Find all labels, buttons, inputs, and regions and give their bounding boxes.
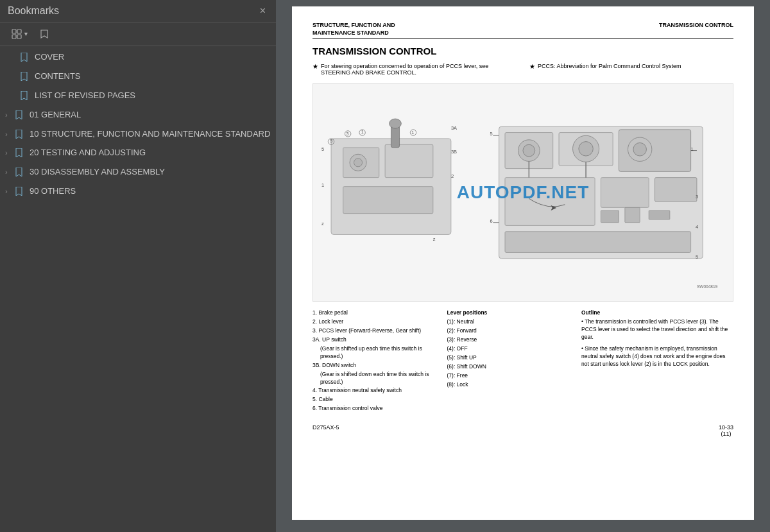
star-icon-2: ★ (529, 63, 535, 76)
expand-dropdown-arrow: ▼ (23, 31, 29, 37)
page-footer: D275AX-5 10-33(11) (312, 424, 733, 437)
svg-text:6: 6 (490, 218, 493, 224)
lever-pos-3: (3): Reverse (447, 336, 574, 344)
disassembly-label: 30 DISASSEMBLY AND ASSEMBLY (30, 167, 271, 178)
sidebar-item-testing[interactable]: › 20 TESTING AND ADJUSTING (0, 144, 276, 164)
cover-label: COVER (35, 52, 271, 63)
pdf-panel: STRUCTURE, FUNCTION AND MAINTENANCE STAN… (276, 0, 770, 532)
part-6: 6. Transmission control valve (312, 405, 440, 413)
lever-pos-7: (7): Free (447, 372, 574, 380)
general-label: 01 GENERAL (30, 110, 271, 121)
svg-text:5: 5 (696, 254, 698, 260)
part-3: 3. PCCS lever (Forward-Reverse, Gear shi… (312, 327, 440, 335)
ribbon-icon-structure (15, 129, 26, 142)
svg-rect-1 (17, 30, 21, 33)
expand-placeholder2 (10, 71, 21, 81)
footer-page: 10-33(11) (719, 424, 733, 437)
bookmark-icon (39, 29, 49, 39)
expand-arrow-general[interactable]: › (5, 110, 15, 119)
svg-rect-9 (601, 178, 649, 208)
sidebar-item-cover[interactable]: COVER (0, 49, 276, 68)
svg-text:z: z (321, 221, 324, 227)
ribbon-icon-testing (15, 148, 26, 160)
sidebar-item-others[interactable]: › 90 OTHERS (0, 183, 276, 202)
svg-point-39 (354, 159, 363, 167)
revised-label: LIST OF REVISED PAGES (35, 90, 271, 101)
svg-text:2: 2 (451, 173, 454, 179)
intro-note-2: ★ PCCS: Abbreviation for Palm Command Co… (529, 63, 733, 76)
svg-text:1: 1 (411, 131, 414, 135)
sidebar-item-general[interactable]: › 01 GENERAL (0, 107, 276, 126)
expand-placeholder3 (10, 90, 21, 100)
svg-text:SW004819: SW004819 (697, 285, 718, 289)
ribbon-icon-revised (21, 90, 31, 103)
expand-arrow-others[interactable]: › (5, 186, 15, 196)
svg-text:z: z (433, 236, 436, 242)
sidebar-item-revised[interactable]: LIST OF REVISED PAGES (0, 87, 276, 107)
ribbon-icon-cover (21, 52, 31, 65)
svg-rect-18 (601, 210, 619, 223)
sidebar-item-disassembly[interactable]: › 30 DISASSEMBLY AND ASSEMBLY (0, 164, 276, 183)
lever-pos-5: (5): Shift UP (447, 354, 574, 362)
testing-label: 20 TESTING AND ADJUSTING (30, 148, 271, 159)
part-3b: 3B. DOWN switch (312, 362, 440, 370)
expand-all-button[interactable]: ▼ (8, 26, 33, 42)
bookmarks-title: Bookmarks (8, 5, 59, 17)
ribbon-icon-disassembly (15, 167, 26, 180)
svg-rect-10 (655, 178, 697, 202)
lever-pos-6: (6): Shift DOWN (447, 363, 574, 371)
close-button[interactable]: × (257, 4, 268, 18)
others-label: 90 OTHERS (30, 186, 271, 197)
svg-text:5: 5 (490, 132, 493, 137)
header-line2: MAINTENANCE STANDARD (312, 30, 395, 37)
expand-arrow-structure[interactable]: › (5, 129, 15, 139)
diagram-area: AUTOPDF.NET (312, 83, 733, 302)
outline-col: Outline • The transmission is controlled… (581, 309, 733, 414)
svg-text:1: 1 (321, 182, 324, 188)
page-header-left: STRUCTURE, FUNCTION AND MAINTENANCE STAN… (312, 22, 395, 37)
part-3b-desc: (Gear is shifted down each time this swi… (312, 371, 440, 386)
expand-arrow-testing[interactable]: › (5, 148, 15, 157)
lever-pos-2: (2): Forward (447, 327, 574, 335)
ribbon-icon-contents (21, 71, 31, 84)
parts-list-col: 1. Brake pedal 2. Lock lever 3. PCCS lev… (312, 309, 440, 414)
svg-rect-0 (12, 30, 16, 33)
svg-text:1: 1 (361, 130, 364, 135)
part-4: 4. Transmission neutral safety switch (312, 387, 440, 395)
expand-icon (12, 29, 22, 39)
svg-point-13 (523, 145, 535, 157)
ribbon-icon-general (15, 110, 26, 123)
outline-bullet-1: • The transmission is controlled with PC… (581, 318, 733, 341)
part-1: 1. Brake pedal (312, 309, 440, 317)
svg-rect-2 (12, 35, 16, 39)
sidebar-item-structure[interactable]: › 10 STRUCTURE, FUNCTION AND MAINTENANCE… (0, 126, 276, 145)
bookmark-view-button[interactable] (35, 26, 53, 42)
outline-header: Outline (581, 309, 733, 317)
outline-bullet-2: • Since the safety mechanism is employed… (581, 345, 733, 368)
lever-positions-col: Lever positions (1): Neutral (2): Forwar… (447, 309, 574, 414)
pdf-page: STRUCTURE, FUNCTION AND MAINTENANCE STAN… (292, 6, 754, 520)
footer-model: D275AX-5 (312, 424, 339, 437)
bookmarks-panel: Bookmarks × ▼ COVER (0, 0, 276, 532)
lever-positions-header: Lever positions (447, 309, 574, 317)
svg-rect-3 (17, 35, 21, 39)
svg-point-15 (579, 142, 593, 156)
bookmarks-toolbar: ▼ (0, 22, 276, 46)
expand-placeholder (10, 52, 21, 62)
intro-note-1-text: For steering operation concerned to oper… (321, 63, 517, 76)
section-title: TRANSMISSION CONTROL (312, 46, 733, 56)
svg-text:1: 1 (691, 146, 694, 152)
page-header-right: TRANSMISSION CONTROL (659, 22, 733, 37)
svg-text:3A: 3A (451, 125, 457, 131)
ribbon-icon-others (15, 186, 26, 199)
sidebar-item-contents[interactable]: CONTENTS (0, 68, 276, 87)
intro-note-2-text: PCCS: Abbreviation for Palm Command Cont… (538, 63, 681, 76)
svg-text:3: 3 (346, 132, 348, 137)
svg-rect-11 (505, 232, 691, 253)
parts-section: 1. Brake pedal 2. Lock lever 3. PCCS lev… (312, 309, 733, 414)
expand-arrow-disassembly[interactable]: › (5, 167, 15, 176)
page-header: STRUCTURE, FUNCTION AND MAINTENANCE STAN… (312, 22, 733, 39)
svg-rect-20 (649, 210, 670, 219)
intro-note-1: ★ For steering operation concerned to op… (312, 63, 517, 76)
part-3a: 3A. UP switch (312, 336, 440, 344)
